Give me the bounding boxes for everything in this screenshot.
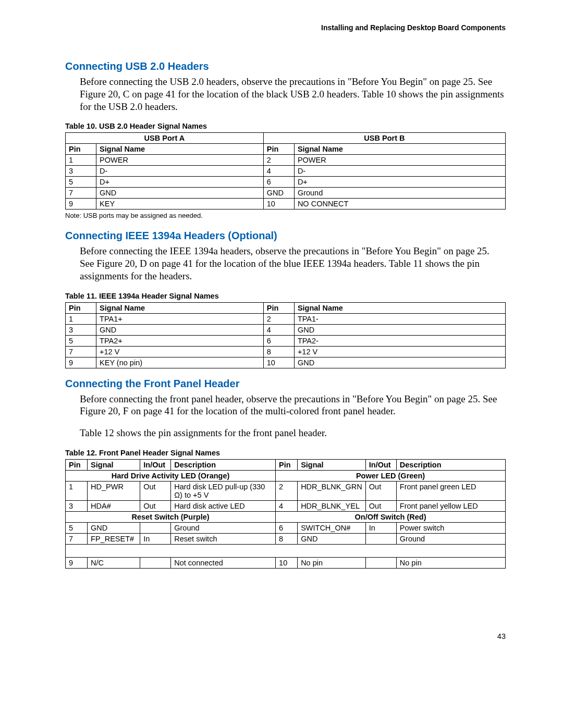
table-row: 1TPA1+2TPA1-: [66, 313, 506, 324]
table-front-panel: Pin Signal In/Out Description Pin Signal…: [65, 459, 506, 569]
cell: Hard disk LED pull-up (330 Ω) to +5 V: [171, 481, 276, 500]
table-row: 9N/CNot connected 10No pinNo pin: [66, 557, 506, 568]
cell: Ground: [171, 522, 276, 533]
col-header: Pin: [263, 302, 294, 313]
cell: GND: [88, 522, 140, 533]
section-ieee: Connecting IEEE 1394a Headers (Optional)…: [65, 230, 506, 368]
heading-usb: Connecting USB 2.0 Headers: [65, 60, 506, 72]
cell: Hard disk active LED: [171, 500, 276, 511]
cell: [365, 533, 396, 544]
table-caption: Table 10. USB 2.0 Header Signal Names: [65, 122, 506, 130]
col-header: Pin: [66, 459, 88, 470]
cell: Out: [140, 481, 171, 500]
paragraph: Before connecting the IEEE 1394a headers…: [80, 245, 506, 282]
cell: 7: [66, 188, 96, 199]
cell: Ground: [294, 188, 505, 199]
cell: [140, 557, 171, 568]
cell: HDR_BLNK_YEL: [298, 500, 366, 511]
cell: 6: [263, 335, 294, 346]
cell: Front panel yellow LED: [396, 500, 505, 511]
col-header: Signal: [88, 459, 140, 470]
table-row: 7FP_RESET#InReset switch 8GNDGround: [66, 533, 506, 544]
col-header: Pin: [66, 144, 96, 155]
paragraph: Before connecting the front panel header…: [80, 393, 506, 418]
cell: In: [365, 522, 396, 533]
col-header: Pin: [263, 144, 294, 155]
subheader: Hard Drive Activity LED (Orange): [66, 470, 276, 481]
cell: +12 V: [96, 346, 264, 357]
cell: TPA2+: [96, 335, 264, 346]
cell: [365, 557, 396, 568]
table-row: 1POWER2POWER: [66, 155, 506, 166]
cell: 9: [66, 357, 96, 368]
cell: Reset switch: [171, 533, 276, 544]
section-usb: Connecting USB 2.0 Headers Before connec…: [65, 60, 506, 219]
cell: GND: [263, 188, 294, 199]
cell: N/C: [88, 557, 140, 568]
cell: No pin: [298, 557, 366, 568]
subheader: Power LED (Green): [276, 470, 506, 481]
cell: 4: [263, 166, 294, 177]
cell: 3: [66, 166, 96, 177]
cell: 5: [66, 522, 88, 533]
cell: 8: [276, 533, 298, 544]
table-usb: USB Port A USB Port B Pin Signal Name Pi…: [65, 132, 506, 209]
cell: 6: [276, 522, 298, 533]
table-ieee: Pin Signal Name Pin Signal Name 1TPA1+2T…: [65, 302, 506, 368]
cell: 6: [263, 177, 294, 188]
cell: 3: [66, 324, 96, 335]
table-row: 7GNDGNDGround: [66, 188, 506, 199]
table-row: Pin Signal In/Out Description Pin Signal…: [66, 459, 506, 470]
heading-ieee: Connecting IEEE 1394a Headers (Optional): [65, 230, 506, 242]
cell: GND: [96, 188, 264, 199]
cell: HD_PWR: [88, 481, 140, 500]
table-row: 7+12 V8+12 V: [66, 346, 506, 357]
table-row: 5D+6D+: [66, 177, 506, 188]
empty-cell: [66, 544, 506, 557]
table-note: Note: USB ports may be assigned as neede…: [65, 212, 506, 219]
cell: GND: [96, 324, 264, 335]
cell: D-: [294, 166, 505, 177]
table-caption: Table 12. Front Panel Header Signal Name…: [65, 449, 506, 457]
table-row: 5GNDGround 6SWITCH_ON#InPower switch: [66, 522, 506, 533]
paragraph: Before connecting the USB 2.0 headers, o…: [80, 76, 506, 113]
cell: SWITCH_ON#: [298, 522, 366, 533]
cell: POWER: [294, 155, 505, 166]
cell: Out: [140, 500, 171, 511]
table-row: Pin Signal Name Pin Signal Name: [66, 144, 506, 155]
col-header: Description: [171, 459, 276, 470]
subheader: Reset Switch (Purple): [66, 511, 276, 522]
col-header: Signal Name: [294, 144, 505, 155]
table-row: USB Port A USB Port B: [66, 133, 506, 144]
table-row: 9KEY10NO CONNECT: [66, 199, 506, 209]
cell: GND: [294, 324, 505, 335]
cell: 2: [276, 481, 298, 500]
cell: 5: [66, 335, 96, 346]
cell: 7: [66, 346, 96, 357]
table-header-port-b: USB Port B: [263, 133, 505, 144]
table-caption: Table 11. IEEE 1394a Header Signal Names: [65, 292, 506, 300]
table-row: Reset Switch (Purple) On/Off Switch (Red…: [66, 511, 506, 522]
section-front-panel: Connecting the Front Panel Header Before…: [65, 378, 506, 569]
col-header: Signal Name: [294, 302, 505, 313]
cell: HDR_BLNK_GRN: [298, 481, 366, 500]
table-row: 3GND4GND: [66, 324, 506, 335]
cell: 5: [66, 177, 96, 188]
cell: Front panel green LED: [396, 481, 505, 500]
cell: Not connected: [171, 557, 276, 568]
cell: 10: [263, 357, 294, 368]
cell: 10: [263, 199, 294, 209]
col-header: Pin: [66, 302, 96, 313]
col-header: Description: [396, 459, 505, 470]
subheader: On/Off Switch (Red): [276, 511, 506, 522]
heading-front-panel: Connecting the Front Panel Header: [65, 378, 506, 390]
col-header: Signal Name: [96, 144, 264, 155]
table-row: Pin Signal Name Pin Signal Name: [66, 302, 506, 313]
cell: No pin: [396, 557, 505, 568]
table-row: 3HDA#OutHard disk active LED 4HDR_BLNK_Y…: [66, 500, 506, 511]
cell: GND: [298, 533, 366, 544]
paragraph: Table 12 shows the pin assignments for t…: [80, 427, 506, 439]
cell: FP_RESET#: [88, 533, 140, 544]
col-header: Signal Name: [96, 302, 264, 313]
cell: GND: [294, 357, 505, 368]
